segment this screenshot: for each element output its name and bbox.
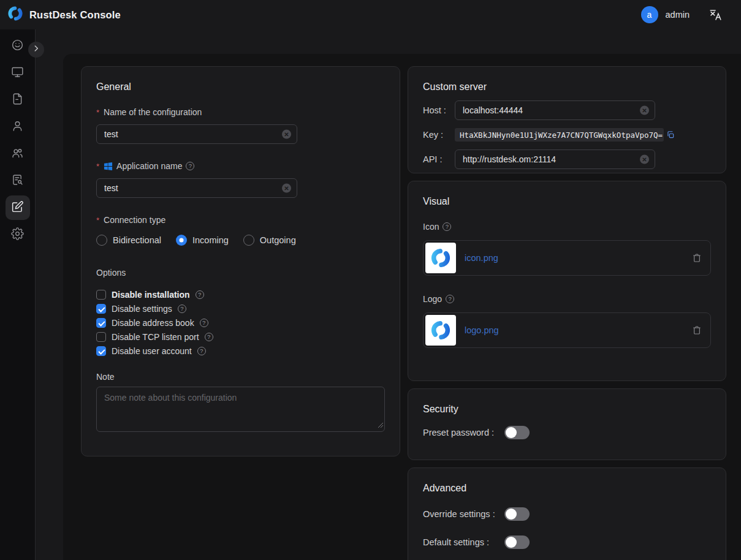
copy-icon[interactable] [666, 131, 675, 139]
override-settings-toggle[interactable] [504, 507, 530, 521]
right-column: Custom server Host : ✕ Key : HtaXBkJNHyn… [408, 66, 726, 560]
advanced-title: Advanced [423, 483, 711, 494]
help-icon[interactable]: ? [196, 290, 204, 299]
username[interactable]: admin [666, 10, 690, 20]
checkbox-disable-user-account[interactable]: Disable user account ? [96, 346, 385, 356]
help-icon[interactable]: ? [205, 333, 213, 341]
connection-type-label-row: * Connection type [96, 215, 385, 225]
sidebar-expand-button[interactable] [28, 42, 44, 58]
api-input[interactable] [463, 154, 636, 164]
preset-password-label: Preset password : [423, 428, 504, 437]
help-icon[interactable]: ? [200, 319, 208, 327]
key-value-chip: HtaXBkJNHyn0e1U1jWXze7A7CN7QTGWqxkOtpaVp… [455, 128, 664, 142]
key-label: Key : [423, 130, 455, 140]
radio-circle-icon [176, 235, 187, 246]
host-row: Host : ✕ [423, 100, 711, 120]
checkbox-icon [96, 304, 106, 314]
checkbox-icon [96, 346, 106, 356]
connection-type-label: Connection type [104, 215, 165, 225]
help-icon[interactable]: ? [443, 222, 451, 231]
icon-file-link[interactable]: icon.png [465, 253, 498, 263]
icon-thumbnail [425, 243, 456, 273]
sidebar-item-logs[interactable] [6, 168, 30, 193]
user-avatar[interactable]: a [641, 6, 658, 23]
radio-incoming[interactable]: Incoming [176, 235, 229, 246]
sidebar-item-settings[interactable] [6, 222, 30, 247]
note-textarea[interactable] [96, 387, 385, 432]
icon-label: Icon [423, 222, 439, 232]
checkbox-disable-address-book[interactable]: Disable address book ? [96, 318, 385, 328]
translate-language-icon[interactable] [708, 7, 723, 22]
sidebar-item-devices[interactable] [6, 61, 30, 85]
checkbox-disable-installation[interactable]: Disable installation ? [96, 290, 385, 300]
custom-server-card: Custom server Host : ✕ Key : HtaXBkJNHyn… [408, 66, 726, 173]
preset-password-toggle[interactable] [504, 426, 530, 439]
override-settings-row: Override settings : [423, 507, 711, 521]
required-asterisk: * [96, 108, 99, 117]
host-field: ✕ [455, 100, 655, 120]
application-name-label: Application name [116, 161, 182, 171]
application-name-input[interactable] [104, 183, 278, 193]
note-label: Note [96, 372, 385, 382]
radio-outgoing[interactable]: Outgoing [243, 235, 296, 246]
brand: RustDesk Console [7, 6, 121, 24]
topbar: RustDesk Console a admin [0, 0, 741, 29]
app-title: RustDesk Console [29, 9, 121, 21]
sidebar-item-audit[interactable] [6, 88, 30, 112]
trash-icon[interactable] [692, 325, 702, 335]
help-icon[interactable]: ? [186, 162, 194, 170]
logo-file-link[interactable]: logo.png [465, 325, 499, 335]
security-title: Security [423, 404, 711, 415]
default-settings-toggle[interactable] [504, 535, 530, 549]
sidebar-item-groups[interactable] [6, 142, 30, 166]
checkbox-icon [96, 290, 106, 300]
radio-circle-icon [243, 235, 254, 246]
required-asterisk: * [96, 162, 99, 171]
clear-input-icon[interactable]: ✕ [282, 184, 291, 193]
override-settings-label: Override settings : [423, 509, 504, 519]
sidebar-item-custom-client[interactable] [6, 195, 30, 220]
custom-client-edit-icon [11, 200, 24, 216]
connection-type-radio-group: Bidirectional Incoming Outgoing [96, 235, 385, 246]
config-name-label-row: * Name of the configuration [96, 107, 385, 117]
logo-thumbnail [425, 315, 456, 346]
windows-logo-icon [104, 162, 113, 171]
config-name-input[interactable] [104, 129, 278, 139]
clear-input-icon[interactable]: ✕ [640, 106, 649, 115]
icon-file-card: icon.png [423, 240, 711, 276]
application-name-label-row: * Application name ? [96, 161, 385, 171]
checkbox-disable-tcp-listen-port[interactable]: Disable TCP listen port ? [96, 332, 385, 342]
api-field: ✕ [455, 149, 655, 169]
checkbox-disable-settings[interactable]: Disable settings ? [96, 304, 385, 314]
devices-monitor-icon [11, 66, 24, 81]
settings-gear-icon [11, 227, 24, 243]
help-icon[interactable]: ? [178, 305, 186, 313]
user-icon [11, 119, 24, 135]
clear-input-icon[interactable]: ✕ [640, 155, 649, 164]
key-row: Key : HtaXBkJNHyn0e1U1jWXze7A7CN7QTGWqxk… [423, 128, 711, 142]
groups-icon [11, 146, 24, 162]
radio-bidirectional[interactable]: Bidirectional [96, 235, 161, 246]
help-icon[interactable]: ? [197, 347, 206, 355]
host-label: Host : [423, 105, 455, 115]
custom-server-title: Custom server [423, 81, 711, 93]
sidebar [0, 29, 36, 560]
general-card: General * Name of the configuration ✕ * … [81, 66, 400, 456]
options-label: Options [96, 268, 385, 278]
note-field [96, 387, 385, 434]
preset-password-row: Preset password : [423, 426, 711, 439]
resize-grip-icon[interactable] [377, 419, 383, 430]
required-asterisk: * [96, 216, 99, 225]
document-search-icon [11, 173, 24, 189]
host-input[interactable] [463, 105, 636, 115]
clear-input-icon[interactable]: ✕ [282, 130, 291, 139]
config-name-label: Name of the configuration [104, 107, 202, 117]
key-value: HtaXBkJNHyn0e1U1jWXze7A7CN7QTGWqxkOtpaVp… [460, 131, 663, 140]
logo-file-card: logo.png [423, 312, 711, 348]
visual-card: Visual Icon ? icon.png [408, 181, 726, 381]
help-icon[interactable]: ? [446, 295, 454, 303]
sidebar-item-dashboard[interactable] [6, 34, 30, 58]
api-row: API : ✕ [423, 149, 711, 169]
sidebar-item-users[interactable] [6, 115, 30, 139]
trash-icon[interactable] [692, 253, 702, 263]
